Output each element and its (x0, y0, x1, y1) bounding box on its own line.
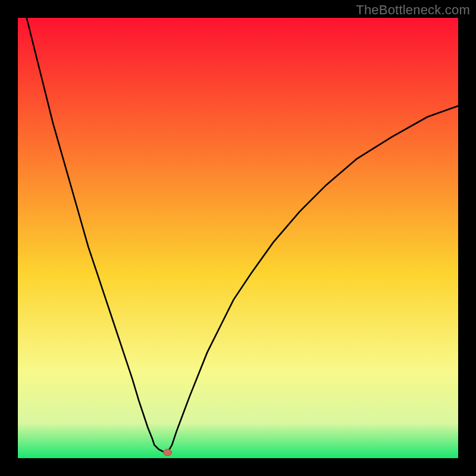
plot-container (18, 18, 458, 458)
minimum-marker (164, 449, 172, 456)
watermark-text: TheBottleneck.com (356, 2, 470, 18)
bottleneck-chart (18, 18, 458, 458)
gradient-background (18, 18, 458, 458)
page-frame: TheBottleneck.com (0, 0, 476, 476)
